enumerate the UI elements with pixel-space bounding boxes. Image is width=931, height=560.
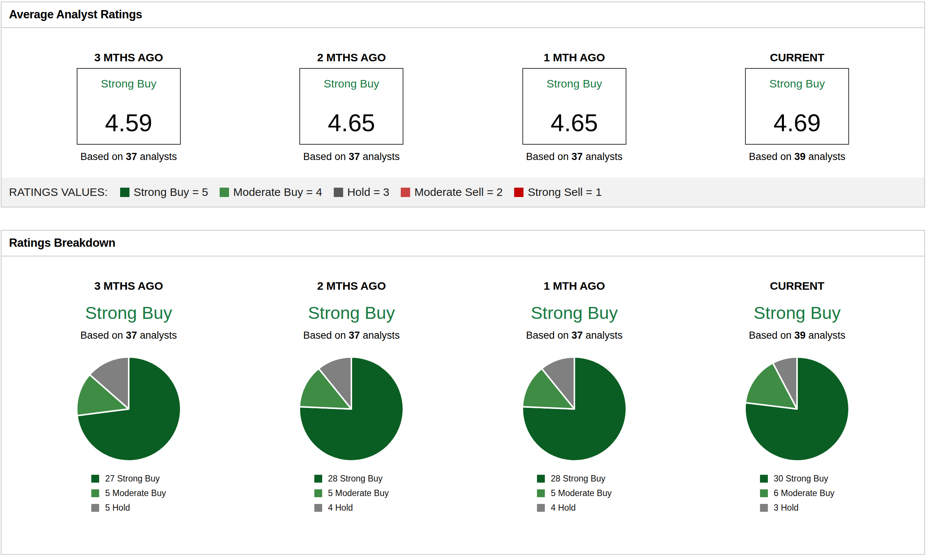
period-label: 1 MTH AGO	[544, 51, 605, 64]
legend-label: Hold	[335, 503, 353, 512]
consensus-rating: Strong Buy	[308, 302, 395, 323]
legend-count: 4	[551, 503, 556, 512]
legend-label: Moderate Buy	[112, 488, 166, 498]
strong-buy-swatch	[537, 475, 545, 483]
rating-label: Strong Buy	[547, 77, 602, 90]
moderate-buy-swatch	[220, 188, 229, 197]
moderate-buy-swatch	[91, 489, 99, 497]
consensus-rating: Strong Buy	[85, 302, 172, 323]
strong-sell-swatch	[514, 188, 523, 197]
based-on-text: Based on 39 analysts	[749, 330, 845, 341]
based-on-suffix: analysts	[140, 151, 177, 162]
legend-label: Hold	[558, 503, 576, 512]
legend-label: Moderate Buy	[558, 488, 611, 498]
rating-score: 4.65	[550, 111, 598, 135]
consensus-rating: Strong Buy	[753, 302, 841, 323]
analyst-count: 37	[349, 330, 360, 341]
analyst-count: 39	[794, 330, 806, 341]
ratings-breakdown-panel: Ratings Breakdown 3 MTHS AGO Strong Buy …	[1, 230, 925, 555]
legend-count: 30	[774, 474, 784, 483]
pie-legend-label: 5 Moderate Buy	[551, 488, 611, 498]
pie-legend-label: 4 Hold	[551, 503, 576, 513]
based-on-suffix: analysts	[808, 330, 845, 341]
period-label: 2 MTHS AGO	[317, 51, 386, 64]
rating-column-2mths: 2 MTHS AGO Strong Buy 4.65 Based on 37 a…	[240, 51, 463, 163]
panel-header: Ratings Breakdown	[2, 231, 924, 257]
pie-legend-row-strong-buy: 28 Strong Buy	[314, 474, 389, 484]
rating-label: Strong Buy	[769, 77, 825, 90]
legend-item-strong-buy: Strong Buy = 5	[120, 186, 208, 198]
rating-score-box: Strong Buy 4.69	[745, 68, 849, 145]
pie-legend-label: 28 Strong Buy	[551, 474, 605, 484]
moderate-buy-swatch	[314, 489, 322, 497]
panel-header: Average Analyst Ratings	[2, 2, 924, 28]
pie-legend: 28 Strong Buy 5 Moderate Buy 4 Hold	[537, 474, 611, 513]
legend-count: 5	[105, 488, 110, 498]
pie-legend-label: 5 Moderate Buy	[105, 488, 166, 498]
analyst-count: 37	[126, 151, 137, 162]
pie-legend-row-moderate-buy: 6 Moderate Buy	[760, 488, 834, 498]
average-analyst-ratings-panel: Average Analyst Ratings 3 MTHS AGO Stron…	[1, 2, 925, 208]
ratings-values-bar: RATINGS VALUES: Strong Buy = 5 Moderate …	[2, 178, 924, 207]
legend-count: 6	[774, 488, 779, 498]
based-on-prefix: Based on	[749, 151, 791, 162]
period-label: CURRENT	[770, 280, 824, 292]
pie-chart-current	[744, 355, 851, 462]
breakdown-column-1mth: 1 MTH AGO Strong Buy Based on 37 analyst…	[463, 280, 686, 513]
legend-label: Moderate Buy	[781, 488, 834, 498]
rating-column-1mth: 1 MTH AGO Strong Buy 4.65 Based on 37 an…	[463, 51, 686, 163]
pie-legend: 28 Strong Buy 5 Moderate Buy 4 Hold	[314, 474, 389, 513]
strong-buy-swatch	[760, 475, 768, 483]
panel-title: Ratings Breakdown	[9, 236, 115, 249]
legend-count: 5	[105, 503, 110, 512]
page: Average Analyst Ratings 3 MTHS AGO Stron…	[0, 0, 931, 555]
legend-item-moderate-buy: Moderate Buy = 4	[220, 186, 322, 198]
based-on-prefix: Based on	[749, 330, 791, 341]
pie-legend-row-strong-buy: 28 Strong Buy	[537, 474, 611, 484]
pie-legend-label: 30 Strong Buy	[774, 474, 829, 484]
legend-item-label: Moderate Buy = 4	[233, 186, 322, 198]
based-on-text: Based on 37 analysts	[526, 151, 623, 163]
pie-legend-label: 27 Strong Buy	[105, 474, 160, 484]
rating-score-box: Strong Buy 4.59	[77, 68, 181, 145]
legend-label: Strong Buy	[340, 474, 383, 483]
rating-label: Strong Buy	[324, 77, 379, 90]
pie-legend-row-strong-buy: 30 Strong Buy	[760, 474, 834, 484]
analyst-count: 37	[126, 330, 137, 341]
legend-count: 4	[328, 503, 333, 512]
legend-item-hold: Hold = 3	[334, 186, 389, 198]
pie-legend-label: 3 Hold	[774, 503, 799, 513]
pie-legend-label: 6 Moderate Buy	[774, 488, 834, 498]
legend-count: 27	[105, 474, 115, 483]
legend-count: 5	[551, 488, 556, 498]
rating-score-box: Strong Buy 4.65	[522, 68, 627, 145]
pie-legend-row-moderate-buy: 5 Moderate Buy	[91, 488, 166, 498]
based-on-text: Based on 37 analysts	[526, 330, 623, 341]
strong-buy-swatch	[314, 475, 322, 483]
ratings-row: 3 MTHS AGO Strong Buy 4.59 Based on 37 a…	[2, 28, 924, 178]
based-on-prefix: Based on	[526, 151, 569, 162]
based-on-prefix: Based on	[80, 151, 123, 162]
pie-legend-row-hold: 4 Hold	[314, 503, 389, 513]
pie-legend-row-strong-buy: 27 Strong Buy	[91, 474, 166, 484]
ratings-values-label: RATINGS VALUES:	[9, 186, 108, 198]
pie-legend-label: 5 Hold	[105, 503, 130, 513]
based-on-text: Based on 39 analysts	[749, 151, 845, 163]
legend-item-label: Moderate Sell = 2	[414, 186, 503, 198]
pie-legend-row-moderate-buy: 5 Moderate Buy	[314, 488, 389, 498]
pie-chart-3mths	[75, 355, 182, 462]
rating-score-box: Strong Buy 4.65	[300, 68, 403, 145]
rating-score: 4.69	[774, 111, 821, 135]
moderate-sell-swatch	[401, 188, 410, 197]
based-on-text: Based on 37 analysts	[80, 330, 177, 341]
breakdown-column-current: CURRENT Strong Buy Based on 39 analysts …	[686, 280, 909, 513]
strong-buy-swatch	[91, 475, 99, 483]
consensus-rating: Strong Buy	[531, 302, 618, 323]
legend-label: Hold	[112, 503, 130, 512]
period-label: 2 MTHS AGO	[317, 280, 386, 292]
rating-score: 4.59	[105, 111, 152, 135]
pie-chart-2mths	[298, 355, 405, 462]
moderate-buy-swatch	[537, 489, 545, 497]
legend-label: Strong Buy	[563, 474, 605, 483]
hold-swatch	[91, 504, 99, 512]
